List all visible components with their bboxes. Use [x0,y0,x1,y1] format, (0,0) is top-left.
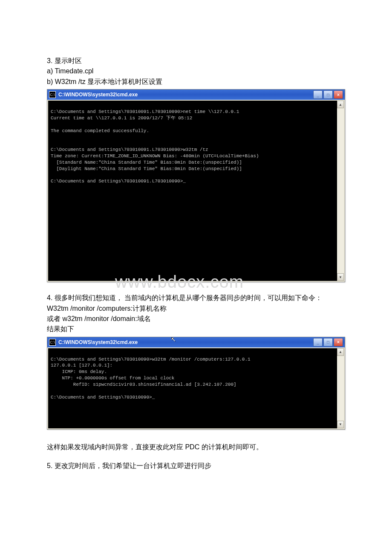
cmd-window-1: C:\ C:\WINDOWS\system32\cmd.exe _ □ × C:… [47,89,345,282]
scrollbar[interactable]: ▲ ▼ [337,101,344,281]
cmd-icon: C:\ [49,91,56,98]
scroll-track[interactable] [337,356,344,421]
cmd-window-2: C:\ C:\WINDOWS\system32\cmd.exe ↖ _ □ × … [47,337,345,430]
window-title: C:\WINDOWS\system32\cmd.exe [58,339,313,345]
maximize-button[interactable]: □ [323,338,333,347]
close-button[interactable]: × [334,338,343,347]
maximize-button[interactable]: □ [323,90,333,99]
scroll-up-button[interactable]: ▲ [337,101,344,108]
scroll-down-button[interactable]: ▼ [337,421,344,428]
scroll-track[interactable] [337,108,344,273]
scroll-down-button[interactable]: ▼ [337,273,344,281]
terminal1-wrap: C:\ C:\WINDOWS\system32\cmd.exe _ □ × C:… [47,89,345,282]
terminal-output[interactable]: C:\Documents and Settings\703010091.L703… [48,101,337,281]
terminal-body-wrap: C:\Documents and Settings\703010090>w32t… [47,347,345,429]
titlebar[interactable]: C:\ C:\WINDOWS\system32\cmd.exe ↖ _ □ × [47,337,345,347]
list-item-5: 5. 更改完时间后，我们希望让一台计算机立即进行同步 [47,461,345,471]
spacer [47,286,345,292]
terminal2-wrap: C:\ C:\WINDOWS\system32\cmd.exe ↖ _ □ × … [47,337,345,430]
list-item-4: 4. 很多时间我们想知道， 当前域内的计算机是从哪个服务器同步的时间，可以用如下… [47,293,345,303]
titlebar[interactable]: C:\ C:\WINDOWS\system32\cmd.exe _ □ × [47,90,345,100]
cmd-text-domain: 或者 w32tm /monitor /domain:域名 [47,314,345,324]
window-controls: _ □ × [313,90,343,99]
cmd-text-computers: W32tm /monitor /computers:计算机名称 [47,304,345,313]
cmd-icon: C:\ [49,339,56,346]
result-label: 结果如下 [47,324,345,334]
spacer [47,434,345,442]
list-item-3a: a) Timedate.cpl [47,66,345,76]
summary-text: 这样如果发现域内时间异常，直接更改此对应 PDC 的计算机时间即可。 [47,442,345,452]
minimize-button[interactable]: _ [313,90,323,99]
scrollbar[interactable]: ▲ ▼ [337,348,344,428]
terminal-body-wrap: C:\Documents and Settings\703010091.L703… [47,100,345,282]
list-item-3: 3. 显示时区 [47,56,345,66]
spacer [47,453,345,460]
window-title: C:\WINDOWS\system32\cmd.exe [58,92,313,98]
window-controls: _ □ × [313,338,343,347]
list-item-3b: b) W32tm /tz 显示本地计算机时区设置 [47,77,345,87]
cursor-icon: ↖ [171,336,176,343]
terminal-output[interactable]: C:\Documents and Settings\703010090>w32t… [48,348,337,428]
scroll-up-button[interactable]: ▲ [337,348,344,356]
document-page: 3. 显示时区 a) Timedate.cpl b) W32tm /tz 显示本… [0,0,392,493]
close-button[interactable]: × [334,90,343,99]
minimize-button[interactable]: _ [313,338,323,347]
